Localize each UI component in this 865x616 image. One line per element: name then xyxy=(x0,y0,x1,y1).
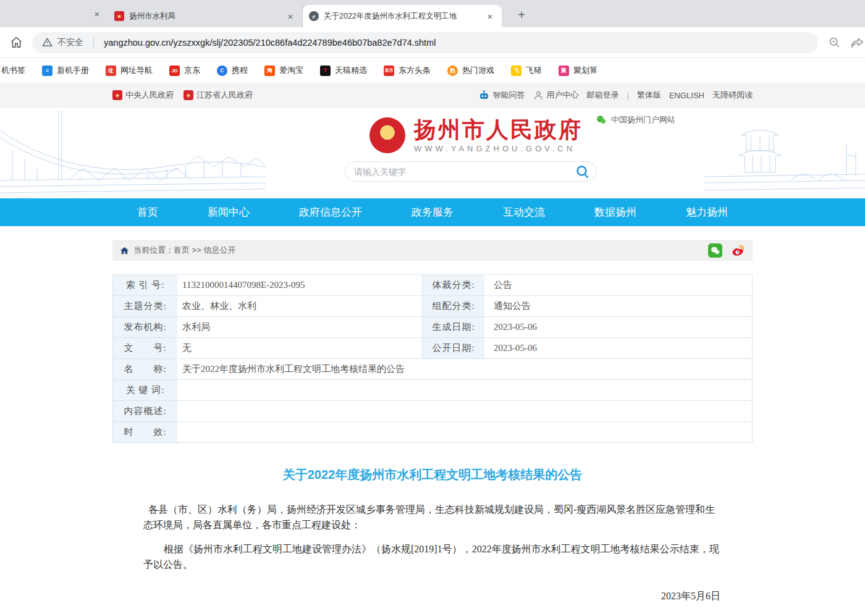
nav-item-charm[interactable]: 魅力扬州 xyxy=(686,205,728,219)
bookmark-label: 爱淘宝 xyxy=(279,65,303,76)
search-icon[interactable] xyxy=(569,162,596,181)
nav-item-news[interactable]: 新闻中心 xyxy=(208,205,250,219)
wechat-icon xyxy=(596,114,607,125)
bookmark-label: 机书签 xyxy=(1,65,25,76)
breadcrumb[interactable]: 当前位置：首页 >> 信息公开 xyxy=(133,245,235,256)
link-jiangsu-government[interactable]: ★ 江苏省人民政府 xyxy=(184,90,253,101)
site-url: WWW.YANGZHOU.GOV.CN xyxy=(414,144,583,153)
gov-emblem-icon: ★ xyxy=(184,90,193,100)
article-date: 2023年5月6日 xyxy=(143,588,722,604)
info-value-keywords xyxy=(177,380,752,400)
bookmark-item[interactable]: 址 网址导航 xyxy=(106,65,153,76)
zoom-out-icon[interactable] xyxy=(827,35,842,50)
bookmark-label: 天猫精选 xyxy=(335,65,367,76)
topbar-divider: | xyxy=(627,91,629,100)
article-title: 关于2022年度扬州市水利工程文明工地考核结果的公告 xyxy=(112,466,753,483)
robot-icon xyxy=(478,90,490,101)
portal-label: 中国扬州门户网站 xyxy=(611,114,675,125)
tab-close-icon[interactable]: × xyxy=(484,11,496,22)
info-value-topic: 农业、林业、水利 xyxy=(177,296,422,316)
link-label: 智能问答 xyxy=(493,90,525,101)
site-topbar: ★ 中央人民政府 ★ 江苏省人民政府 智能问答 xyxy=(0,83,865,108)
nav-item-services[interactable]: 政务服务 xyxy=(411,205,454,219)
wechat-share-icon[interactable] xyxy=(708,243,722,258)
link-user-center[interactable]: 用户中心 xyxy=(533,90,579,101)
link-accessibility[interactable]: 无障碍阅读 xyxy=(712,90,753,101)
nav-item-info-disclosure[interactable]: 政府信息公开 xyxy=(299,205,362,219)
table-row: 发布机构: 水利局 生成日期: 2023-05-06 xyxy=(113,317,752,338)
bookmark-item[interactable]: 热 热门游戏 xyxy=(447,65,494,76)
nav-item-home[interactable]: 首页 xyxy=(137,205,158,219)
tab-title: 关于2022年度扬州市水利工程文明工地 xyxy=(324,11,457,22)
url-text[interactable]: yangzhou.gov.cn/yzszxxgk/slj/202305/210c… xyxy=(104,38,436,48)
home-breadcrumb-icon xyxy=(120,246,129,255)
browser-window: × ★ 扬州市水利局 × e 关于2022年度扬州市水利工程文明工地 × + 不… xyxy=(0,0,865,616)
link-central-government[interactable]: ★ 中央人民政府 xyxy=(112,90,174,101)
bookmark-label: 新机手册 xyxy=(57,65,89,76)
tab-close-icon[interactable]: × xyxy=(91,8,103,19)
tab-shuiliju[interactable]: ★ 扬州市水利局 × xyxy=(108,5,303,27)
info-value-index-number: 11321000014407098E-2023-095 xyxy=(177,275,422,295)
search-input[interactable] xyxy=(345,167,569,177)
security-label[interactable]: 不安全 xyxy=(57,37,83,48)
site-logo[interactable]: ★ 扬州市人民政府 WWW.YANGZHOU.GOV.CN xyxy=(369,117,583,153)
info-label: 主题分类: xyxy=(113,296,177,316)
info-value-group: 通知公告 xyxy=(484,296,752,316)
info-value-publish-date: 2023-05-06 xyxy=(484,338,752,358)
table-row: 内容概述: xyxy=(113,401,752,422)
address-bar[interactable]: 不安全 yangzhou.gov.cn/yzszxxgk/slj/202305/… xyxy=(32,32,818,53)
info-label: 时 效: xyxy=(113,422,177,442)
table-row: 文 号: 无 公开日期: 2023-05-06 xyxy=(113,338,752,359)
info-value-validity xyxy=(177,422,752,442)
tab-close-icon[interactable]: × xyxy=(285,11,296,22)
bookmarks-bar: 机书签 ≡ 新机手册 址 网址导航 JD 京东 C 携程 淘 爱淘宝 T 天猫精… xyxy=(0,58,865,83)
table-row: 索 引 号: 11321000014407098E-2023-095 体裁分类:… xyxy=(113,275,752,296)
bookmark-item[interactable]: 飞 飞猪 xyxy=(511,65,542,76)
national-emblem-icon: ★ xyxy=(369,117,405,153)
info-label: 文 号: xyxy=(113,338,177,358)
bookmark-item[interactable]: 淘 爱淘宝 xyxy=(264,65,303,76)
bookmark-item[interactable]: 东方 东方头条 xyxy=(384,65,431,76)
bookmark-favicon-icon: 淘 xyxy=(264,65,275,76)
tab-strip: × ★ 扬州市水利局 × e 关于2022年度扬州市水利工程文明工地 × + xyxy=(0,0,865,27)
nav-item-data[interactable]: 数据扬州 xyxy=(594,205,636,219)
link-english[interactable]: ENGLISH xyxy=(669,91,704,100)
info-value-genre: 公告 xyxy=(484,275,752,295)
article-body: 各县（市、区）水利（务）局，扬州经济开发区城乡事务管理局，生态科技新城规划建设局… xyxy=(112,502,753,616)
site-name: 扬州市人民政府 xyxy=(414,117,583,142)
info-value-title: 关于2022年度扬州市水利工程文明工地考核结果的公告 xyxy=(177,359,752,379)
bookmark-item[interactable]: T 天猫精选 xyxy=(320,65,367,76)
site-search xyxy=(345,161,597,182)
share-icon[interactable] xyxy=(850,35,865,50)
tab-announcement-active[interactable]: e 关于2022年度扬州市水利工程文明工地 × xyxy=(303,5,502,27)
link-traditional-chinese[interactable]: 繁体版 xyxy=(637,90,661,101)
bookmark-label: 网址导航 xyxy=(120,65,153,76)
bookmark-favicon-icon: ≡ xyxy=(42,65,53,76)
tab-title: 扬州市水利局 xyxy=(129,11,175,22)
info-label: 体裁分类: xyxy=(422,275,484,295)
banner-artwork-left-bridge xyxy=(0,108,266,198)
bookmark-item[interactable]: 机书签 xyxy=(1,65,25,76)
table-row: 主题分类: 农业、林业、水利 组配分类: 通知公告 xyxy=(113,296,752,317)
bookmark-item[interactable]: 聚 聚划算 xyxy=(559,65,597,76)
bookmark-favicon-icon: 飞 xyxy=(511,65,521,76)
bookmark-item[interactable]: JD 京东 xyxy=(169,65,200,76)
breadcrumb-bar: 当前位置：首页 >> 信息公开 xyxy=(112,240,753,261)
weibo-share-icon[interactable] xyxy=(731,243,745,258)
bookmark-item[interactable]: ≡ 新机手册 xyxy=(42,65,89,76)
article-paragraph: 根据《扬州市水利工程文明工地建设管理办法》（扬水规[2019]1号），2022年… xyxy=(143,541,722,572)
home-icon[interactable] xyxy=(9,35,23,50)
content-container: 当前位置：首页 >> 信息公开 索 引 号: 11321000014407098… xyxy=(112,240,753,616)
info-label: 内容概述: xyxy=(113,401,177,421)
portal-link[interactable]: 中国扬州门户网站 xyxy=(596,114,675,125)
info-label: 生成日期: xyxy=(422,317,484,337)
link-mail-login[interactable]: 邮箱登录 xyxy=(587,90,619,101)
nav-item-interaction[interactable]: 互动交流 xyxy=(503,205,545,219)
link-label: 江苏省人民政府 xyxy=(196,90,253,101)
new-tab-button[interactable]: + xyxy=(513,6,530,23)
table-row: 名 称: 关于2022年度扬州市水利工程文明工地考核结果的公告 xyxy=(113,359,752,380)
info-label: 组配分类: xyxy=(422,296,484,316)
bookmark-item[interactable]: C 携程 xyxy=(217,65,248,76)
bookmark-favicon-icon: 聚 xyxy=(559,65,569,76)
link-smart-qa[interactable]: 智能问答 xyxy=(478,90,525,101)
